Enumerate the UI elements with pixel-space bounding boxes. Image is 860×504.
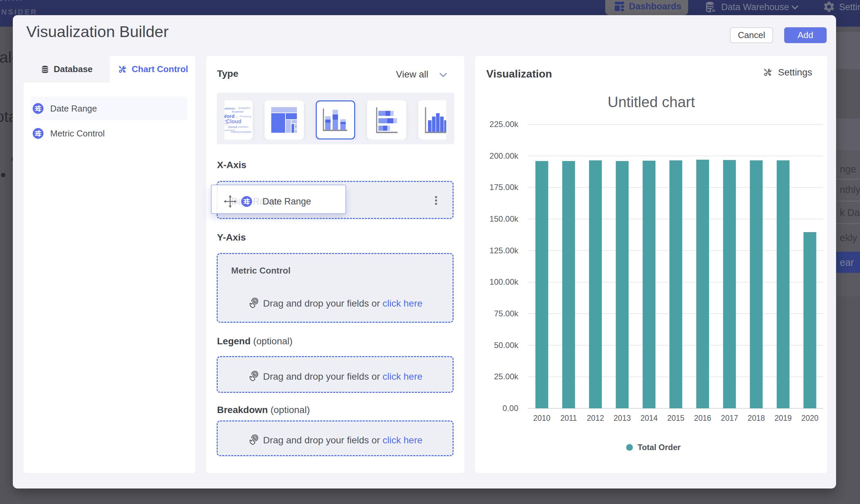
svg-text:25.00k: 25.00k [494,372,519,381]
svg-text:2017: 2017 [721,414,738,422]
svg-text:2010: 2010 [533,414,550,422]
svg-text:2019: 2019 [774,414,792,422]
svg-text:2012: 2012 [587,414,604,422]
svg-text:0.00: 0.00 [502,404,518,413]
svg-text:50.00k: 50.00k [494,341,519,350]
svg-text:200.00k: 200.00k [490,151,519,160]
svg-text:2015: 2015 [667,414,685,422]
svg-text:2011: 2011 [560,414,577,422]
svg-text:225.00k: 225.00k [490,119,519,129]
svg-text:2020: 2020 [801,414,819,422]
svg-text:150.00k: 150.00k [490,214,519,224]
svg-text:175.00k: 175.00k [490,183,519,192]
svg-text:2016: 2016 [694,414,712,422]
svg-text:125.00k: 125.00k [490,246,519,255]
svg-text:2018: 2018 [748,414,765,422]
svg-text:2014: 2014 [640,414,658,422]
svg-text:100.00k: 100.00k [490,277,519,286]
svg-text:75.00k: 75.00k [494,309,519,318]
svg-text:2013: 2013 [614,414,631,422]
